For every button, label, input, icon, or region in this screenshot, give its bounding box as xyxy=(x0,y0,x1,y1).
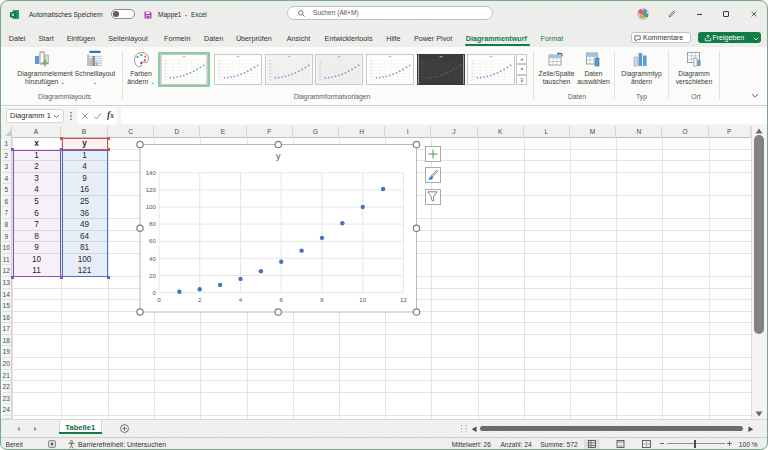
svg-text:y: y xyxy=(276,151,281,161)
svg-text:120: 120 xyxy=(146,186,157,193)
svg-text:8: 8 xyxy=(320,296,324,303)
svg-text:2: 2 xyxy=(198,296,202,303)
svg-text:12: 12 xyxy=(400,296,407,303)
svg-text:60: 60 xyxy=(149,237,156,244)
svg-text:0: 0 xyxy=(157,296,161,303)
svg-text:0: 0 xyxy=(153,289,157,296)
svg-text:100: 100 xyxy=(146,203,157,210)
svg-text:140: 140 xyxy=(146,169,157,176)
svg-text:80: 80 xyxy=(149,220,156,227)
svg-text:6: 6 xyxy=(280,296,284,303)
svg-text:40: 40 xyxy=(149,255,156,262)
svg-text:10: 10 xyxy=(359,296,366,303)
svg-text:20: 20 xyxy=(149,272,156,279)
svg-text:4: 4 xyxy=(239,296,243,303)
